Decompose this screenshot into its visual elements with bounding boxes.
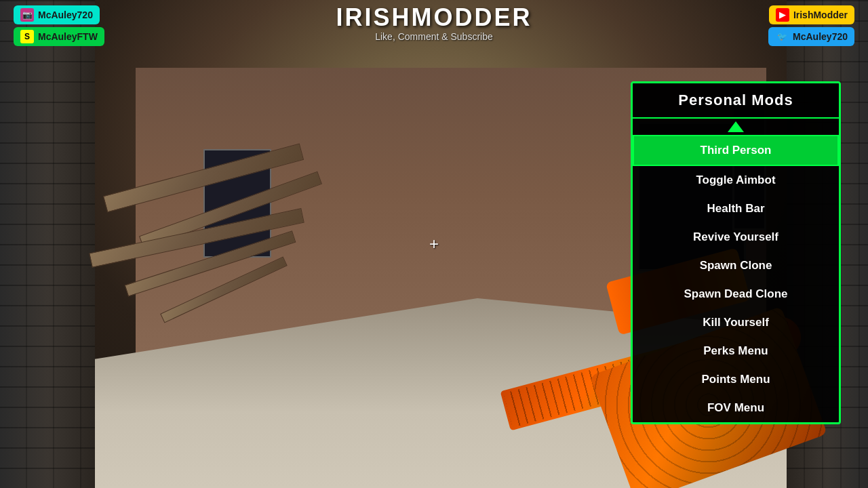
- arrow-up-icon: [728, 121, 744, 132]
- twitter-icon: 🐦: [775, 30, 789, 43]
- stream-subtitle: Like, Comment & Subscribe: [336, 31, 532, 42]
- right-handle-1: IrishModder: [793, 9, 848, 20]
- left-handle-2: McAuleyFTW: [38, 31, 98, 42]
- badge-mcauley720-ig: 📷 McAuley720: [14, 5, 100, 24]
- menu-item-fov-menu[interactable]: FOV Menu: [633, 394, 839, 422]
- menu-item-spawn-dead-clone[interactable]: Spawn Dead Clone: [633, 280, 839, 308]
- menu-item-revive-yourself[interactable]: Revive Yourself: [633, 223, 839, 251]
- menu-item-points-menu[interactable]: Points Menu: [633, 365, 839, 394]
- right-badges: ▶ IrishModder 🐦 McAuley720: [768, 5, 854, 49]
- right-handle-2: McAuley720: [793, 31, 848, 42]
- left-badges: 📷 McAuley720 S McAuleyFTW: [14, 5, 104, 49]
- mods-menu-title: Personal Mods: [633, 83, 839, 119]
- badge-irishmodder-yt: ▶ IrishModder: [769, 5, 854, 24]
- youtube-icon: ▶: [776, 8, 789, 22]
- menu-item-kill-yourself[interactable]: Kill Yourself: [633, 308, 839, 337]
- debris: [102, 136, 441, 373]
- instagram-icon: 📷: [20, 8, 34, 22]
- left-handle-1: McAuley720: [38, 9, 93, 20]
- menu-item-toggle-aimbot[interactable]: Toggle Aimbot: [633, 166, 839, 195]
- menu-items-list: Third PersonToggle AimbotHealth BarReviv…: [633, 135, 839, 422]
- scroll-up[interactable]: [633, 119, 839, 135]
- menu-item-perks-menu[interactable]: Perks Menu: [633, 337, 839, 365]
- menu-item-spawn-clone[interactable]: Spawn Clone: [633, 251, 839, 280]
- crosshair: +: [429, 236, 439, 252]
- badge-mcauley720-twitter: 🐦 McAuley720: [768, 27, 854, 46]
- badge-mcauleyfTW-snap: S McAuleyFTW: [14, 27, 104, 46]
- center-title: IRISHMODDER Like, Comment & Subscribe: [336, 5, 532, 42]
- snapchat-icon: S: [20, 30, 34, 43]
- menu-item-third-person[interactable]: Third Person: [633, 135, 839, 166]
- stream-title: IRISHMODDER: [336, 5, 532, 30]
- mods-menu: Personal Mods Third PersonToggle AimbotH…: [631, 81, 841, 424]
- menu-item-health-bar[interactable]: Health Bar: [633, 195, 839, 223]
- left-wall: [0, 0, 95, 488]
